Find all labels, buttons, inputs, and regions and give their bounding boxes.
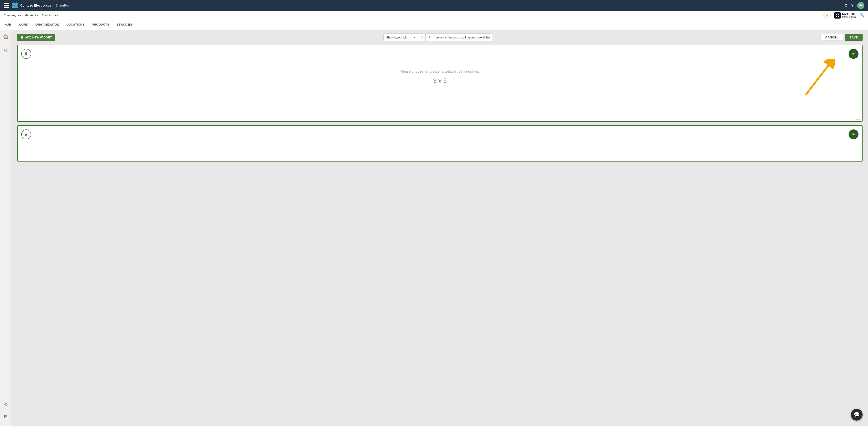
sidebar-home-icon[interactable]: 🏠 [2, 33, 10, 41]
function-label: Function: [42, 13, 54, 17]
chat-button[interactable]: 💬 [851, 409, 863, 421]
lightning-button[interactable]: ⚡ [824, 12, 831, 19]
company-filter[interactable]: Company: - ▾ [4, 13, 21, 17]
layout-prefix: Show layout with [383, 34, 411, 40]
filter-bar-right: ⚡ LiveTiles Intranet Hub 🔍 [824, 12, 864, 19]
sidebar-layout-icon[interactable]: ⊟ [2, 413, 10, 421]
widget-card-2: 🗑 ✏ [17, 125, 863, 162]
widgets-container: 🗑 ✏ Pl [12, 45, 868, 167]
trash-icon-2: 🗑 [24, 132, 28, 137]
svg-rect-6 [836, 16, 837, 17]
top-bar-left: Contoso Electronics SharePoint [4, 2, 71, 9]
tab-organization[interactable]: ORGANIZATION [35, 20, 60, 30]
top-bar-right: ⚙ ? MA [844, 2, 864, 9]
search-icon[interactable]: 🔍 [860, 13, 864, 18]
add-widget-button[interactable]: ⊞ ADD NEW WIDGET [17, 34, 55, 41]
svg-rect-4 [836, 13, 837, 15]
livetiles-icon [834, 12, 841, 19]
function-chevron: ▾ [57, 14, 58, 17]
save-button[interactable]: SAVE [845, 34, 863, 41]
tab-products[interactable]: PRODUCTS [91, 20, 110, 30]
sharepoint-label: SharePoint [56, 4, 71, 7]
widget-1-size-label: 3 x 5 [433, 77, 447, 84]
settings-icon[interactable]: ⚙ [844, 3, 848, 8]
tab-hub[interactable]: HUB [4, 20, 12, 30]
content-area: ⊞ ADD NEW WIDGET Show layout with - 3 + … [12, 30, 868, 426]
widget-1-placeholder: Please choose, or create, a webpart conf… [18, 45, 862, 109]
brand-name: Contoso Electronics [20, 4, 51, 7]
function-value: - [55, 13, 56, 17]
filter-bar: Company: - ▾ Market: - ▾ Function: - ▾ ⚡… [0, 11, 868, 20]
waffle-icon[interactable] [4, 3, 8, 8]
layout-minus-button[interactable]: - [411, 34, 418, 41]
widget-1-delete-button[interactable]: 🗑 [21, 49, 31, 59]
livetiles-logo: LiveTiles Intranet Hub [834, 12, 856, 19]
brand-logo: Contoso Electronics [11, 2, 51, 9]
help-icon[interactable]: ? [851, 3, 854, 8]
market-filter[interactable]: Market: - ▾ [25, 13, 38, 17]
layout-plus-button[interactable]: + [426, 34, 433, 41]
add-widget-label: ADD NEW WIDGET [25, 36, 52, 39]
layout-count: 3 [418, 34, 426, 41]
chat-icon: 💬 [854, 412, 860, 418]
svg-point-2 [12, 5, 15, 8]
svg-rect-7 [838, 16, 839, 17]
pencil-icon: ✏ [852, 51, 855, 56]
cancel-button[interactable]: CANCEL [820, 34, 843, 41]
action-buttons: CANCEL SAVE [820, 34, 863, 41]
avatar[interactable]: MA [857, 2, 864, 9]
company-value: - [18, 13, 19, 17]
nav-tabs: HUB WORK ORGANIZATION LOCATIONS PRODUCTS… [0, 20, 868, 30]
company-chevron: ▾ [20, 14, 21, 17]
sidebar-bottom: ⚙ ⊟ [2, 401, 10, 423]
market-chevron: ▾ [37, 14, 38, 17]
market-value: - [35, 13, 36, 17]
svg-point-0 [12, 2, 15, 6]
function-filter[interactable]: Function: - ▾ [42, 13, 58, 17]
svg-rect-5 [838, 13, 839, 15]
trash-icon: 🗑 [24, 52, 28, 56]
top-bar: Contoso Electronics SharePoint ⚙ ? MA [0, 0, 868, 11]
add-widget-icon: ⊞ [21, 36, 23, 39]
tab-services[interactable]: SERVICES [116, 20, 133, 30]
widget-2-edit-button[interactable]: ✏ [848, 130, 859, 139]
widget-1-placeholder-text: Please choose, or create, a webpart conf… [400, 69, 480, 74]
livetiles-text: LiveTiles Intranet Hub [842, 12, 856, 18]
left-sidebar: 🏠 ⚙ ⚙ ⊟ [0, 30, 12, 426]
market-label: Market: [25, 13, 34, 17]
brand-icon [11, 2, 19, 9]
svg-point-3 [15, 5, 18, 8]
layout-suffix: columns (make sure all layouts look righ… [433, 34, 492, 40]
svg-point-1 [15, 2, 18, 6]
widget-1-resize-handle[interactable] [856, 115, 860, 119]
company-label: Company: [4, 13, 17, 17]
sidebar-settings-icon[interactable]: ⚙ [2, 46, 10, 54]
widget-2-delete-button[interactable]: 🗑 [21, 130, 31, 139]
tab-locations[interactable]: LOCATIONS [66, 20, 86, 30]
sidebar-gear-icon[interactable]: ⚙ [2, 401, 10, 409]
layout-controls: Show layout with - 3 + columns (make sur… [383, 33, 493, 41]
tab-work[interactable]: WORK [18, 20, 29, 30]
widget-1-edit-button[interactable]: ✏ [848, 49, 859, 59]
widget-card-1: 🗑 ✏ Pl [17, 45, 863, 122]
main-layout: 🏠 ⚙ ⚙ ⊟ ⊞ ADD NEW WIDGET Show layout wit… [0, 30, 868, 426]
widget-toolbar: ⊞ ADD NEW WIDGET Show layout with - 3 + … [12, 30, 868, 45]
pencil-icon-2: ✏ [852, 132, 855, 137]
